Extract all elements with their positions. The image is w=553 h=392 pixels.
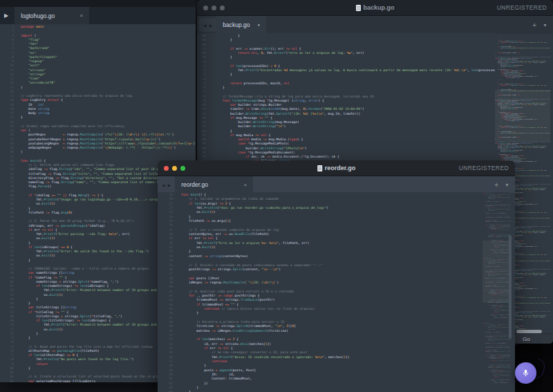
- minimap-line: return nil, 0, fmt.Errorf("erro ao ler o…: [495, 41, 550, 43]
- minimap-line: content := string(contentBytes): [482, 342, 510, 344]
- window-title: backup.go: [363, 4, 394, 11]
- tab-logtohugo-go[interactable]: logtohugo.go ×: [15, 7, 89, 24]
- minimap-line: postStrings := strings.Split(content, "\…: [482, 216, 510, 218]
- minimap-line: postStrings := strings.Split(content, "\…: [482, 346, 510, 348]
- code-lines[interactable]: func main() { // 1. Validar os argumento…: [181, 192, 509, 392]
- tab-scroll-left-icon[interactable]: ◀: [203, 23, 207, 28]
- minimap-line: return nil, 0, fmt.Errorf("erro ao ler o…: [495, 84, 550, 86]
- window-reorder[interactable]: reorder.go UNREGISTERED ◀▶ reorder.go × …: [158, 160, 515, 392]
- unsaved-changes-icon: ●: [257, 23, 260, 27]
- minimize-window-button[interactable]: [172, 166, 177, 171]
- titlebar-backup[interactable]: backup.go UNREGISTERED: [197, 0, 553, 16]
- tab-backup-go[interactable]: backup.go ●: [216, 16, 266, 34]
- tab-nav-arrows: ◀▶: [158, 176, 175, 193]
- minimap-line: idRegex := regexp.MustCompile(`^\|ID: (\…: [482, 221, 510, 222]
- minimap-line: idRegex := regexp.MustCompile(`^\|ID: (\…: [482, 351, 510, 352]
- unregistered-label: UNREGISTERED: [459, 165, 509, 171]
- window-top-edge: [0, 0, 196, 7]
- tab-bar-logtohugo: ▶ logtohugo.go ×: [0, 7, 196, 24]
- tab-overflow-button[interactable]: ▼: [505, 183, 509, 187]
- unregistered-label: UNREGISTERED: [497, 4, 547, 11]
- tab-label: backup.go: [223, 21, 250, 28]
- minimap-viewport[interactable]: [482, 241, 510, 303]
- tab-bar-reorder: ◀▶ reorder.go × + ▼: [158, 176, 515, 193]
- tab-scroll-right-icon[interactable]: ▶: [4, 12, 8, 19]
- tab-nav-arrows: ◀▶: [199, 18, 216, 32]
- minimap-line: matches := idRegex.FindStringSubmatch(fi…: [482, 236, 510, 237]
- tab-reorder-go[interactable]: reorder.go ×: [175, 176, 253, 193]
- new-tab-button[interactable]: +: [532, 21, 536, 29]
- close-window-button[interactable]: [164, 166, 169, 171]
- zoom-window-button[interactable]: [180, 166, 185, 171]
- tab-scroll-left-icon[interactable]: ◀: [162, 183, 165, 187]
- tab-scroll-right-icon[interactable]: ▶: [168, 183, 171, 187]
- tab-label: reorder.go: [181, 181, 208, 188]
- line-number-gutter: 1920212223242526272829303132333435363738…: [158, 192, 173, 392]
- window-title-group: reorder.go: [317, 165, 356, 171]
- window-controls: [164, 166, 185, 171]
- minimap-viewport[interactable]: [495, 90, 550, 142]
- microphone-icon: [521, 368, 530, 377]
- window-title: reorder.go: [325, 165, 356, 171]
- minimap-line: content := string(contentBytes): [482, 212, 510, 214]
- tab-nav-arrows: ▶: [0, 7, 12, 24]
- close-window-button[interactable]: [203, 6, 208, 10]
- document-icon: [317, 165, 322, 171]
- tab-actions: + ▼: [527, 16, 553, 34]
- tab-scroll-right-icon[interactable]: ▶: [209, 23, 213, 28]
- line-number-gutter: 1234567891011121314151617181920212223242…: [0, 24, 14, 382]
- minimize-window-button[interactable]: [212, 6, 216, 10]
- tab-overflow-button[interactable]: ▼: [543, 23, 547, 28]
- voice-assistant-button[interactable]: [515, 362, 536, 384]
- close-tab-icon[interactable]: ×: [79, 12, 83, 19]
- code-line[interactable]: fmt.Printf("Encontradas %d mensagens já …: [223, 68, 495, 73]
- syntax-mode-label[interactable]: Go: [523, 336, 530, 342]
- document-icon: [355, 5, 360, 11]
- minimap-line: matches := idRegex.FindStringSubmatch(fi…: [482, 366, 510, 368]
- vertical-scrollbar-thumb[interactable]: [509, 235, 512, 339]
- titlebar-reorder[interactable]: reorder.go UNREGISTERED: [158, 160, 515, 176]
- code-editor-reorder[interactable]: 1920212223242526272829303132333435363738…: [158, 192, 509, 392]
- tab-bar-backup: ◀▶ backup.go ● + ▼: [197, 16, 553, 34]
- new-tab-button[interactable]: +: [494, 181, 498, 189]
- window-title-group: backup.go: [355, 4, 394, 11]
- tab-label: logtohugo.go: [21, 12, 55, 19]
- tab-actions: + ▼: [489, 176, 515, 193]
- zoom-window-button[interactable]: [220, 6, 225, 10]
- window-controls: [203, 6, 225, 10]
- line-number: 83: [0, 380, 14, 383]
- close-tab-icon[interactable]: ×: [244, 182, 247, 188]
- code-line[interactable]: webpageRegex = regexp.MustCompile(`\|Web…: [21, 146, 196, 150]
- minimap-line: }: [482, 386, 510, 387]
- minimap-line: fmt.Printf("Encontradas %d mensagens já …: [495, 47, 550, 48]
- desktop: backup.go UNREGISTERED ◀▶ backup.go ● + …: [0, 0, 553, 392]
